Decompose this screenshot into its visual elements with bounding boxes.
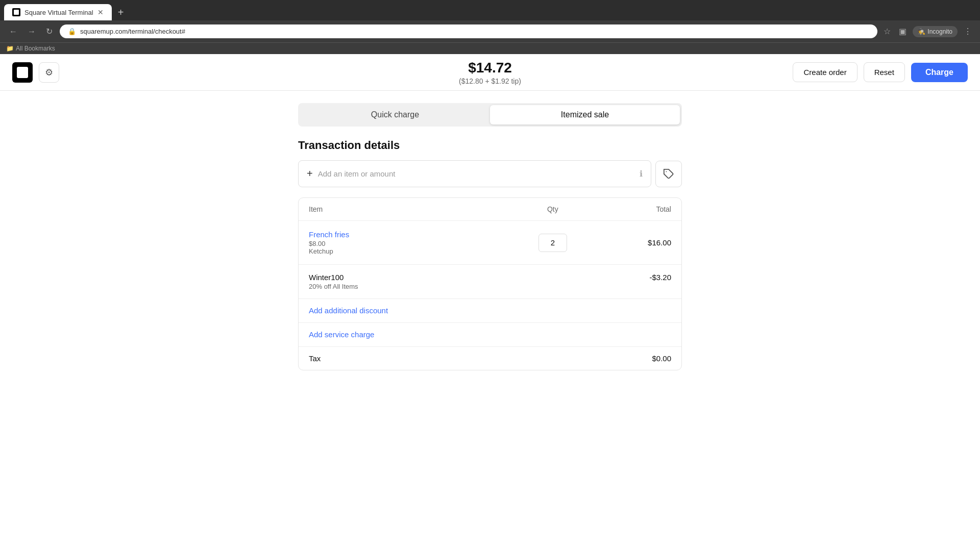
col-item-header: Item xyxy=(309,205,518,213)
app-header: ⚙ $14.72 ($12.80 + $1.92 tip) Create ord… xyxy=(0,54,980,91)
main-content: Quick charge Itemized sale Transaction d… xyxy=(286,91,694,383)
reload-button[interactable]: ↻ xyxy=(43,24,56,38)
item-total: $16.00 xyxy=(587,238,671,247)
amount-breakdown: ($12.80 + $1.92 tip) xyxy=(459,77,521,85)
tab-group: Quick charge Itemized sale xyxy=(298,103,682,127)
info-icon: ℹ xyxy=(640,169,643,179)
plus-icon: + xyxy=(307,168,313,180)
reset-button[interactable]: Reset xyxy=(864,62,905,82)
item-name-link[interactable]: French fries xyxy=(309,230,518,239)
add-service-row: Add service charge xyxy=(299,323,681,347)
bookmarks-folder-icon: 📁 xyxy=(6,45,14,52)
discount-row: Winter100 20% off All Items -$3.20 xyxy=(299,265,681,299)
col-total-header: Total xyxy=(587,205,671,213)
add-item-row: + Add an item or amount ℹ xyxy=(298,160,682,187)
total-amount: $14.72 xyxy=(459,60,521,76)
discount-desc: 20% off All Items xyxy=(309,283,649,290)
discount-amount: -$3.20 xyxy=(649,273,671,282)
bookmark-icon[interactable]: ☆ xyxy=(881,24,893,38)
browser-chrome: Square Virtual Terminal ✕ + ← → ↻ 🔒 squa… xyxy=(0,0,980,54)
add-item-placeholder: Add an item or amount xyxy=(318,169,396,178)
nav-icons: ☆ ▣ 🕵 Incognito ⋮ xyxy=(881,24,974,38)
bookmarks-bar: 📁 All Bookmarks xyxy=(0,42,980,54)
lock-icon: 🔒 xyxy=(68,28,76,35)
split-view-icon[interactable]: ▣ xyxy=(897,24,909,38)
forward-button[interactable]: → xyxy=(24,25,39,38)
address-bar[interactable]: 🔒 squaremup.com/terminal/checkout# xyxy=(60,24,877,38)
bookmarks-label: All Bookmarks xyxy=(16,45,55,52)
app-container: ⚙ $14.72 ($12.80 + $1.92 tip) Create ord… xyxy=(0,54,980,551)
tab-close-icon[interactable]: ✕ xyxy=(97,8,104,16)
back-button[interactable]: ← xyxy=(6,25,20,38)
new-tab-button[interactable]: + xyxy=(114,5,128,20)
browser-tab[interactable]: Square Virtual Terminal ✕ xyxy=(4,4,112,20)
table-row: French fries $8.00 Ketchup 2 $16.00 xyxy=(299,221,681,265)
tab-title: Square Virtual Terminal xyxy=(24,9,93,16)
discount-name: Winter100 xyxy=(309,273,649,282)
create-order-button[interactable]: Create order xyxy=(793,62,857,82)
item-info: French fries $8.00 Ketchup xyxy=(309,230,518,255)
incognito-label: Incognito xyxy=(927,28,952,35)
item-modifier: Ketchup xyxy=(309,247,518,255)
url-text: squaremup.com/terminal/checkout# xyxy=(80,28,869,35)
add-service-link[interactable]: Add service charge xyxy=(309,330,374,339)
table-header: Item Qty Total xyxy=(299,198,681,221)
settings-button[interactable]: ⚙ xyxy=(39,62,59,83)
header-center: $14.72 ($12.80 + $1.92 tip) xyxy=(459,60,521,85)
add-discount-link[interactable]: Add additional discount xyxy=(309,306,388,315)
add-discount-row: Add additional discount xyxy=(299,299,681,323)
menu-icon[interactable]: ⋮ xyxy=(962,24,974,38)
tab-favicon xyxy=(12,8,20,16)
tax-label: Tax xyxy=(309,354,652,363)
items-table: Item Qty Total French fries $8.00 Ketchu… xyxy=(298,197,682,370)
tax-row: Tax $0.00 xyxy=(299,347,681,370)
charge-button[interactable]: Charge xyxy=(911,63,968,82)
item-price: $8.00 xyxy=(309,240,518,247)
incognito-badge: 🕵 Incognito xyxy=(913,26,958,37)
tab-quick-charge[interactable]: Quick charge xyxy=(300,105,490,124)
incognito-icon: 🕵 xyxy=(918,28,925,35)
header-actions: Create order Reset Charge xyxy=(793,62,968,82)
section-title: Transaction details xyxy=(298,139,682,152)
add-item-input[interactable]: + Add an item or amount ℹ xyxy=(298,160,651,187)
logo-inner xyxy=(17,67,28,78)
tab-itemized-sale[interactable]: Itemized sale xyxy=(490,105,680,124)
qty-input: 2 xyxy=(518,234,588,252)
qty-box[interactable]: 2 xyxy=(538,234,567,252)
browser-nav: ← → ↻ 🔒 squaremup.com/terminal/checkout#… xyxy=(0,20,980,42)
tag-button[interactable] xyxy=(655,161,682,187)
tag-icon xyxy=(663,168,674,180)
tab-bar: Square Virtual Terminal ✕ + xyxy=(0,0,980,20)
col-qty-header: Qty xyxy=(518,205,588,213)
app-logo[interactable] xyxy=(12,62,33,83)
tax-amount: $0.00 xyxy=(652,354,671,363)
